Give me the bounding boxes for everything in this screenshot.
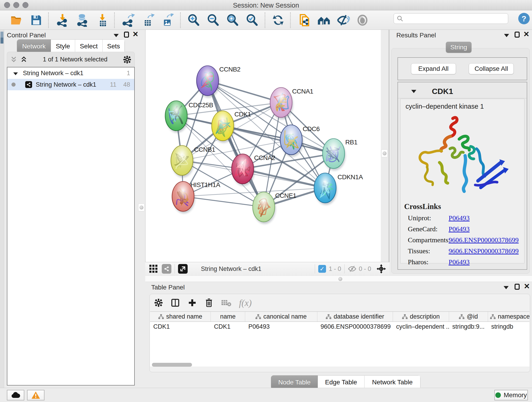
table-cell[interactable]: cyclin–dependent ... [393,322,449,332]
network-canvas[interactable]: CCNB2CCNA1CDC25BCDK1CDC6RB1CCNB1CCNA2CDK… [145,30,381,262]
right-splitter-handle[interactable] [381,149,388,157]
share-view-icon[interactable] [162,264,171,274]
table-cell[interactable]: P06493 [245,322,317,332]
column-header-namespace[interactable]: namespace [488,312,530,322]
help-button[interactable]: ? [518,13,530,24]
svg-text:CDK1: CDK1 [234,111,251,118]
control-panel-collapse-icon[interactable] [114,34,119,37]
warning-triangle-icon [31,391,40,399]
left-splitter-handle[interactable] [138,204,145,211]
collection-network-count: 1 [127,70,130,77]
expand-all-button[interactable]: Expand All [411,63,456,74]
open-session-button[interactable] [10,13,23,27]
entry-header[interactable]: CDK1 [398,85,527,98]
tree-expand-triangle-icon[interactable] [13,70,18,77]
delete-column-trash-icon[interactable] [205,298,213,307]
pan-crosshair-icon[interactable] [376,264,386,274]
entry-collapse-triangle-icon[interactable] [411,90,416,93]
table-row[interactable]: CDK1CDK1P064939606.ENSP00000378699cyclin… [150,322,530,332]
import-table-button[interactable] [96,13,109,27]
gear-icon[interactable] [123,56,131,64]
export-table-button[interactable] [141,13,155,27]
svg-text:CCNE1: CCNE1 [275,192,296,199]
grid-view-icon[interactable] [149,264,158,274]
table-cell[interactable]: stringdb:9... [449,322,488,332]
horizontal-splitter-handle[interactable] [336,277,344,281]
export-network-button[interactable] [121,13,135,27]
search-input[interactable] [394,13,508,24]
svg-text:CCNA1: CCNA1 [292,88,313,95]
add-column-plus-icon[interactable] [188,298,197,307]
export-image-button[interactable] [160,13,174,27]
tab-string[interactable]: String [446,42,472,53]
show-all-button[interactable] [317,13,331,27]
column-header--id[interactable]: @id [449,312,488,322]
svg-text:CCNA2: CCNA2 [254,154,275,161]
table-cell[interactable]: CDK1 [211,322,245,332]
right-splitter[interactable] [381,30,389,275]
zoom-in-button[interactable] [187,13,201,27]
table-horizontal-scrollbar[interactable] [152,363,192,367]
network-collection-row[interactable]: String Network – cdk1 1 [7,67,134,79]
column-header-description[interactable]: description [393,312,449,322]
entry-body: cyclin–dependent kinase 1 [400,99,525,263]
tab-style[interactable]: Style [51,39,75,53]
import-network-database-button[interactable] [76,13,89,27]
column-header-shared-name[interactable]: shared name [150,312,211,322]
warning-button[interactable] [27,390,44,400]
collapse-all-chevron-icon[interactable] [10,56,17,63]
results-panel-collapse-icon[interactable] [504,34,509,37]
tab-network-table[interactable]: Network Table [365,375,420,389]
table-cell[interactable]: 9606.ENSP00000378699 [317,322,393,332]
show-hidden-button-disabled[interactable] [355,13,369,27]
column-header-database-identifier[interactable]: database identifier [317,312,393,322]
control-panel-float-icon[interactable] [124,32,129,38]
network-row-selected[interactable]: String Network – cdk1 11 48 [7,79,134,90]
crosslink-link[interactable]: P06493 [449,225,470,233]
horizontal-splitter[interactable] [145,275,532,282]
table-cell[interactable]: CDK1 [150,322,211,332]
table-gear-icon[interactable] [154,298,163,307]
table-panel-float-icon[interactable] [515,284,520,290]
hide-selected-button[interactable] [336,13,350,27]
table-header-row[interactable]: shared namenamecanonical namedatabase id… [150,312,530,322]
memory-button[interactable]: Memory [494,390,528,400]
column-header-label: @id [467,313,478,320]
table-cell[interactable]: stringdb [488,322,530,332]
expand-all-chevron-icon[interactable] [20,56,27,63]
crosslink-link[interactable]: P06493 [449,214,470,222]
tab-sets[interactable]: Sets [103,39,125,53]
tab-edge-table[interactable]: Edge Table [318,375,365,389]
tab-node-table[interactable]: Node Table [271,375,318,389]
select-columns-icon[interactable] [171,298,180,307]
selected-checkbox-icon[interactable]: ✓ [318,265,326,273]
node-table[interactable]: shared namenamecanonical namedatabase id… [150,312,530,366]
crosslink-row: Uniprot:P06493 [408,214,524,222]
results-panel-float-icon[interactable] [515,32,520,38]
column-header-name[interactable]: name [211,312,245,322]
apply-layout-button[interactable] [271,13,285,27]
open-in-window-icon[interactable] [178,264,188,274]
cloud-button[interactable] [7,390,24,400]
collapse-all-button[interactable]: Collapse All [469,63,514,74]
zoom-selected-button[interactable] [245,13,259,27]
copy-network-button[interactable] [298,13,312,27]
network-graph[interactable]: CCNB2CCNA1CDC25BCDK1CDC6RB1CCNB1CCNA2CDK… [146,30,381,262]
left-splitter[interactable] [138,30,145,275]
zoom-in-icon [187,13,200,27]
column-header-canonical-name[interactable]: canonical name [245,312,317,322]
import-network-file-button[interactable] [56,13,70,27]
tab-network[interactable]: Network [17,39,51,53]
zoom-out-button[interactable] [206,13,220,27]
zoom-fit-button[interactable] [226,13,239,27]
table-panel-close-icon[interactable]: ✕ [524,283,530,289]
results-panel-close-icon[interactable]: ✕ [523,31,530,37]
refresh-icon [272,14,285,27]
table-panel-collapse-icon[interactable] [504,286,509,289]
network-edge-count: 48 [123,81,130,88]
save-session-button[interactable] [29,13,43,27]
crosslink-link[interactable]: 9606.ENSP00000378699 [449,247,519,255]
tab-select[interactable]: Select [75,39,103,53]
crosslink-link[interactable]: P06493 [449,258,470,266]
crosslink-link[interactable]: 9606.ENSP00000378699 [449,236,519,244]
